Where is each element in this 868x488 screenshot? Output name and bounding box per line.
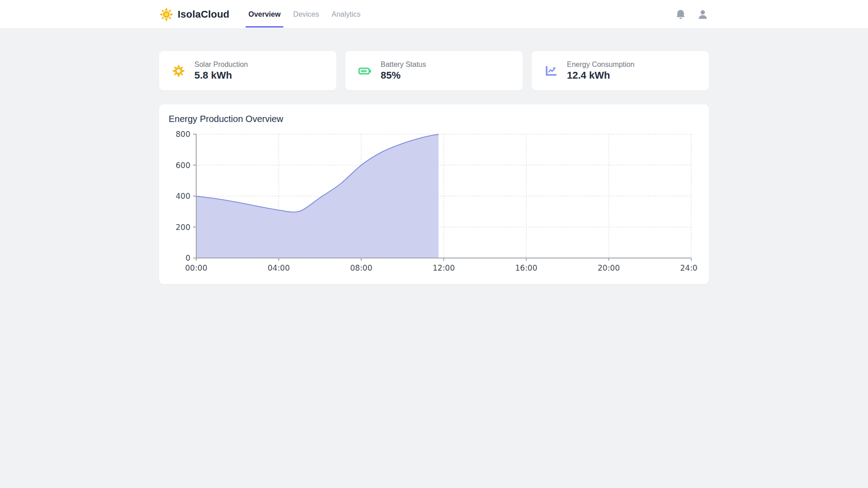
stat-value: 85% [381,70,426,81]
svg-text:800: 800 [176,130,190,139]
main-content: Solar Production 5.8 kWh Battery Status … [159,51,709,284]
stat-cards-row: Solar Production 5.8 kWh Battery Status … [159,51,709,90]
energy-production-chart: 020040060080000:0004:0008:0012:0016:0020… [170,127,698,278]
svg-text:20:00: 20:00 [598,263,620,272]
nav-tab-analytics-label: Analytics [332,10,361,19]
app-header: IsolaCloud Overview Devices Analytics [0,0,868,29]
stat-label: Battery Status [381,61,426,69]
svg-text:08:00: 08:00 [350,263,373,272]
chart-line-icon [543,63,559,79]
stat-card-solar-production: Solar Production 5.8 kWh [159,51,336,90]
main-nav: Overview Devices Analytics [242,0,367,29]
svg-text:24:00: 24:00 [680,263,698,272]
sun-icon [159,7,174,22]
energy-production-card: Energy Production Overview 0200400600800… [159,104,709,284]
svg-text:16:00: 16:00 [515,263,538,272]
sun-icon [171,63,186,79]
svg-text:04:00: 04:00 [268,263,290,272]
svg-text:400: 400 [176,192,190,201]
nav-tab-devices[interactable]: Devices [287,0,326,29]
nav-tab-analytics[interactable]: Analytics [326,0,367,29]
stat-value: 12.4 kWh [567,70,634,81]
svg-text:0: 0 [185,253,190,263]
stat-label: Energy Consumption [567,61,634,69]
nav-tab-overview[interactable]: Overview [242,0,287,29]
svg-text:00:00: 00:00 [185,263,208,272]
user-icon[interactable] [697,9,709,21]
stat-label: Solar Production [194,61,248,69]
svg-text:12:00: 12:00 [433,263,455,272]
stat-card-energy-consumption: Energy Consumption 12.4 kWh [532,51,709,90]
chart-title: Energy Production Overview [169,114,698,124]
svg-text:200: 200 [176,223,190,232]
stat-card-battery-status: Battery Status 85% [345,51,523,90]
bell-icon[interactable] [675,9,687,21]
svg-text:600: 600 [176,161,190,170]
nav-tab-overview-label: Overview [248,10,280,19]
brand-logo: IsolaCloud [159,7,229,22]
battery-icon [357,63,373,79]
nav-tab-devices-label: Devices [293,10,319,19]
stat-value: 5.8 kWh [194,70,248,81]
chart-area: 020040060080000:0004:0008:0012:0016:0020… [170,127,698,278]
brand-name: IsolaCloud [178,9,229,20]
